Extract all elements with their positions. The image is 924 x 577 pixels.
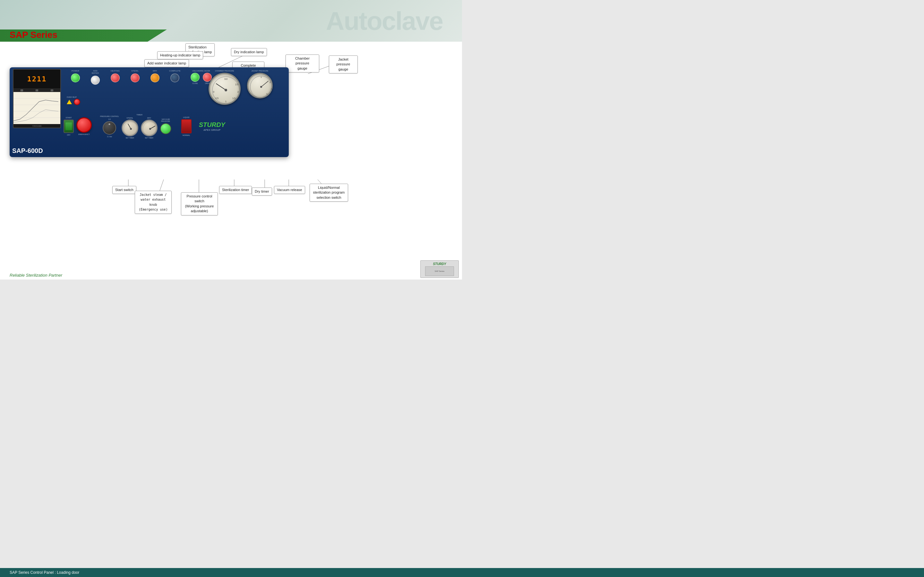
pressure-knob-dot — [109, 123, 110, 125]
chamber-pressure-gauge-group: CHAMBER PRESSURE 3.0 2.5 2 1.5 1 0.5 0 — [208, 70, 241, 105]
svg-text:2: 2 — [237, 91, 239, 93]
dry-label: DRY — [153, 70, 157, 72]
callout-pressure-control: Pressure control switch (Working pressur… — [181, 192, 218, 215]
pressure-knob[interactable] — [103, 121, 116, 135]
callout-dry-lamp: Dry indication lamp — [231, 48, 267, 56]
sturdy-logo-group: STURDY APEX GROUP — [199, 121, 225, 131]
svg-point-40 — [130, 128, 132, 130]
steril-lamp — [131, 73, 140, 82]
svg-text:1: 1 — [225, 100, 226, 103]
rec-ctrl-2 — [36, 89, 38, 91]
emergency-label: EMERGENCY — [78, 133, 89, 135]
heating-indicator: HEATING — [105, 70, 125, 82]
liquid-switch[interactable] — [181, 119, 192, 133]
svg-text:3.0: 3.0 — [224, 78, 228, 80]
pressure-control-group: PRESSURE CONTROL 0.8 2.1 bar — [100, 115, 119, 137]
steril-timer-svg — [123, 121, 139, 137]
start-switch-group[interactable]: START OFF — [63, 117, 74, 136]
door-close-label: CLOSE — [192, 82, 198, 84]
callout-vacuum-release: Vacuum release — [274, 186, 305, 194]
main-content: Sterilization indication lamp Heating-up… — [0, 42, 462, 279]
callout-liquid-normal: Liquid/Normal sterilization program sele… — [310, 184, 348, 201]
steril-timer-group: STERIL SET TIMER — [121, 117, 138, 139]
svg-line-29 — [216, 84, 226, 90]
svg-text:1.5: 1.5 — [232, 97, 236, 99]
power-lamp — [71, 73, 80, 82]
dry-timer-dial[interactable] — [141, 119, 158, 136]
sap-series-title: SAP Series — [10, 30, 57, 40]
small-panel-thumbnail: SAP Series — [425, 266, 454, 276]
chamber-pressure-gauge: 3.0 2.5 2 1.5 1 0.5 0 — [208, 73, 241, 105]
overheat-row — [67, 99, 80, 105]
rec-ctrl-3 — [51, 89, 53, 91]
door-close-lamp — [191, 73, 200, 82]
chart-svg — [13, 92, 60, 124]
callout-chamber-pressure: Chamber pressure gauge — [286, 55, 319, 73]
small-logo-content: STURDY SAP Series — [425, 262, 454, 276]
model-label: SAP-600D — [12, 147, 43, 155]
callout-start-switch: Start switch — [112, 186, 136, 194]
emergency-button-group: EMERGENCY — [76, 117, 92, 135]
printing-recorder: 1211 YOKOGAWA — [13, 69, 61, 128]
callout-heating-lamp: Heating-up indicator lamp — [157, 51, 203, 59]
jacket-pressure-gauge-group: JACKET PRESSURE 3 2 1 0 — [247, 70, 273, 105]
dry-timer-group: DRY SET TIMER — [141, 117, 158, 139]
svg-text:2.5: 2.5 — [235, 83, 238, 85]
callout-sterilization-timer: Sterilization timer — [219, 186, 252, 194]
recorder-display: 1211 — [27, 75, 47, 83]
add-water-lamp — [91, 76, 100, 85]
callout-add-water-lamp: Add water indicator lamp — [144, 59, 189, 67]
footer-text: Reliable Sterilization Partner — [10, 273, 62, 277]
footer: Reliable Sterilization Partner — [10, 272, 62, 278]
svg-text:3: 3 — [260, 76, 262, 78]
add-water-label: ADDWATER — [92, 70, 99, 74]
small-logo-area: STURDY SAP Series — [420, 260, 459, 278]
autoclave-bg-text: Autoclave — [326, 6, 443, 36]
warning-triangle-icon — [67, 100, 72, 104]
chamber-gauge-svg: 3.0 2.5 2 1.5 1 0.5 0 — [210, 74, 242, 106]
start-switch-body[interactable] — [63, 119, 74, 133]
recorder-screen: 1211 — [13, 69, 60, 89]
vacuum-release-group: VACUUMRELEASE — [160, 118, 171, 134]
overheat-lamp — [74, 99, 80, 105]
apex-text: APEX GROUP — [204, 129, 220, 131]
rec-ctrl-1 — [21, 89, 23, 91]
steril-timer-label: STERIL — [126, 117, 133, 119]
sturdy-text: STURDY — [199, 121, 225, 129]
dry-timer-label: DRY — [147, 117, 151, 119]
svg-point-37 — [260, 86, 262, 88]
liquid-switch-group: LIQUID NORMAL — [181, 116, 192, 136]
callout-dry-timer: Dry timer — [252, 187, 272, 195]
recorder-chart — [13, 92, 60, 124]
svg-text:0: 0 — [266, 93, 268, 95]
svg-text:0.5: 0.5 — [215, 97, 218, 99]
unloading-door-label: UNLOADING DOOR — [192, 70, 210, 72]
heating-lamp — [111, 73, 120, 82]
dry-lamp — [150, 73, 160, 82]
callout-jacket-pressure: Jacket pressure gauge — [329, 55, 358, 73]
steril-timer-dial[interactable] — [121, 119, 138, 136]
pressure-scale-high: 0.8 — [108, 118, 111, 120]
liquid-label: LIQUID — [183, 116, 190, 118]
dry-indicator: DRY — [145, 70, 165, 82]
timers-row: STERIL SET TIMER DRY — [121, 117, 158, 139]
complete-lamp — [170, 73, 179, 82]
overheat-section: OVER HEAT — [67, 96, 80, 105]
callout-jacket-steam: Jacket steam / water exhaust knob (Emerg… — [135, 191, 172, 214]
emergency-button[interactable] — [76, 117, 92, 133]
svg-text:0: 0 — [213, 91, 214, 93]
jacket-pressure-label: JACKET PRESSURE — [252, 70, 268, 72]
start-switch-inner — [65, 122, 72, 130]
pressure-scale-low: 2.1 bar — [107, 135, 112, 137]
bottom-controls-row: START OFF EMERGENCY PRESSURE CONTROL 0.8 — [63, 114, 286, 139]
power-label: POWER — [71, 70, 79, 72]
vacuum-release-lamp[interactable] — [160, 123, 171, 134]
indicators-area: POWER ADDWATER HEATING STERIL DRY — [66, 70, 212, 85]
vacuum-release-label: VACUUMRELEASE — [161, 118, 170, 122]
dry-timer-svg — [142, 121, 158, 137]
timers-section: TIMER STERIL SET TIMER — [121, 114, 158, 139]
svg-line-36 — [261, 81, 268, 87]
control-panel: 1211 YOKOGAWA SAP — [10, 67, 289, 157]
svg-point-43 — [149, 128, 151, 130]
complete-indicator: COMPLETE — [165, 70, 184, 82]
